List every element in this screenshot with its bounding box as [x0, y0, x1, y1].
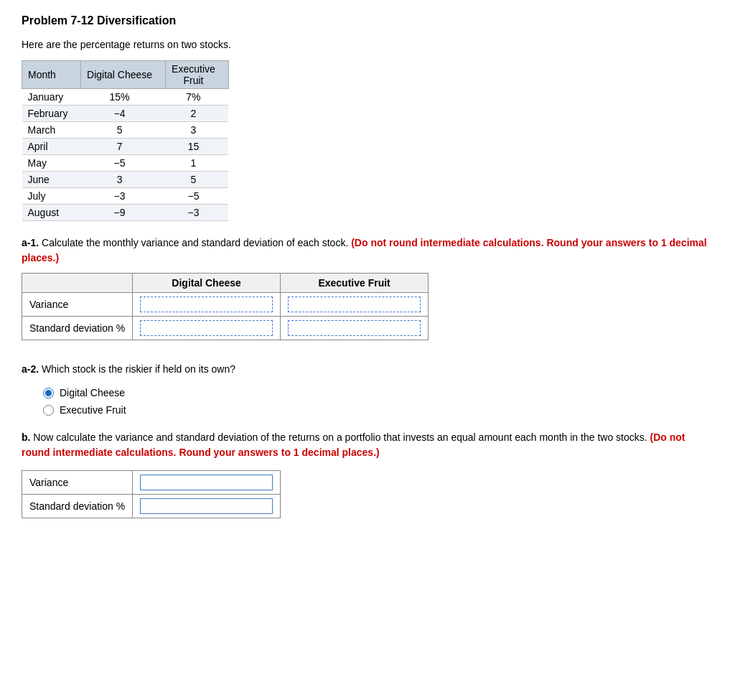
dc-cell: 15%	[81, 89, 166, 106]
col-header-month: Month	[22, 61, 81, 89]
ef-cell: 15	[166, 139, 229, 155]
ef-cell: 5	[166, 172, 229, 188]
radio-group-a2: Digital Cheese Executive Fruit	[43, 387, 713, 416]
portfolio-table: Variance Standard deviation %	[22, 470, 281, 518]
month-cell: July	[22, 188, 81, 205]
month-cell: April	[22, 139, 81, 155]
ef-cell: 7%	[166, 89, 229, 106]
section-a1-text: Calculate the monthly variance and stand…	[42, 237, 351, 248]
ef-cell: −5	[166, 188, 229, 205]
dc-cell: −9	[81, 205, 166, 221]
table-row: Variance	[22, 471, 281, 495]
radio-option-dc[interactable]: Digital Cheese	[43, 387, 713, 398]
section-b-bold: b.	[22, 431, 30, 443]
portfolio-stddev-input[interactable]	[140, 498, 273, 514]
col-header-dc: Digital Cheese	[81, 61, 166, 89]
section-a1-label: a-1. Calculate the monthly variance and …	[22, 235, 713, 266]
page-title: Problem 7-12 Diversification	[22, 14, 713, 27]
variance-dc-cell[interactable]	[133, 293, 281, 317]
dc-cell: −4	[81, 106, 166, 122]
dc-cell: −3	[81, 188, 166, 205]
dc-cell: 5	[81, 122, 166, 139]
month-cell: January	[22, 89, 81, 106]
portfolio-stddev-label: Standard deviation %	[22, 495, 133, 518]
ef-cell: 3	[166, 122, 229, 139]
section-b-label: b. Now calculate the variance and standa…	[22, 430, 713, 460]
dc-cell: 3	[81, 172, 166, 188]
stddev-ef-cell[interactable]	[281, 317, 429, 340]
month-cell: May	[22, 155, 81, 172]
stddev-label: Standard deviation %	[22, 317, 133, 340]
dc-cell: −5	[81, 155, 166, 172]
intro-text: Here are the percentage returns on two s…	[22, 39, 713, 50]
answer-col-ef: Executive Fruit	[281, 274, 429, 293]
variance-dc-input[interactable]	[140, 297, 273, 312]
radio-ef[interactable]	[43, 405, 54, 416]
month-cell: March	[22, 122, 81, 139]
portfolio-stddev-cell[interactable]	[133, 495, 281, 518]
dc-cell: 7	[81, 139, 166, 155]
stddev-ef-input[interactable]	[288, 320, 421, 336]
radio-dc[interactable]	[43, 388, 54, 398]
radio-dc-label: Digital Cheese	[60, 387, 125, 398]
portfolio-variance-label: Variance	[22, 471, 133, 495]
portfolio-variance-cell[interactable]	[133, 471, 281, 495]
col-header-ef: ExecutiveFruit	[166, 61, 229, 89]
table-row: Standard deviation %	[22, 317, 429, 340]
section-a2-bold: a-2.	[22, 363, 39, 375]
section-b-text: Now calculate the variance and standard …	[33, 431, 650, 443]
radio-option-ef[interactable]: Executive Fruit	[43, 404, 713, 416]
ef-cell: −3	[166, 205, 229, 221]
portfolio-variance-input[interactable]	[140, 475, 273, 490]
answer-table-a1: Digital Cheese Executive Fruit Variance …	[22, 273, 429, 340]
answer-col-dc: Digital Cheese	[133, 274, 281, 293]
stddev-dc-input[interactable]	[140, 320, 273, 336]
data-table: Month Digital Cheese ExecutiveFruit Janu…	[22, 60, 229, 221]
answer-col-empty	[22, 274, 133, 293]
table-row: Variance	[22, 293, 429, 317]
section-a1-bold: a-1.	[22, 237, 39, 248]
section-a2-label: a-2. Which stock is the riskier if held …	[22, 362, 713, 377]
ef-cell: 1	[166, 155, 229, 172]
radio-ef-label: Executive Fruit	[60, 404, 126, 416]
month-cell: June	[22, 172, 81, 188]
stddev-dc-cell[interactable]	[133, 317, 281, 340]
variance-label: Variance	[22, 293, 133, 317]
ef-cell: 2	[166, 106, 229, 122]
month-cell: February	[22, 106, 81, 122]
section-a2-text: Which stock is the riskier if held on it…	[42, 363, 235, 375]
month-cell: August	[22, 205, 81, 221]
variance-ef-input[interactable]	[288, 297, 421, 312]
variance-ef-cell[interactable]	[281, 293, 429, 317]
table-row: Standard deviation %	[22, 495, 281, 518]
